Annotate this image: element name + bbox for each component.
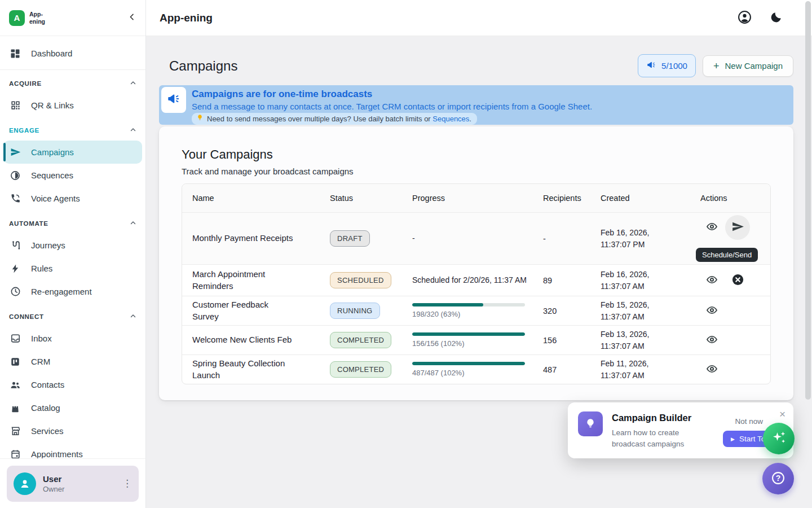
sidebar-item-sequences[interactable]: Sequences xyxy=(0,164,145,187)
divider xyxy=(0,69,145,70)
table-row: Customer Feedback Survey RUNNING 198/320… xyxy=(182,296,770,325)
col-header-status: Status xyxy=(320,194,402,203)
user-meta: User Owner xyxy=(43,474,64,493)
chevron-up-icon xyxy=(130,313,136,321)
ai-assistant-button[interactable] xyxy=(763,423,795,454)
table-row: Welcome New Clients Feb COMPLETED 156/15… xyxy=(182,325,770,354)
top-bar: App-ening xyxy=(146,0,812,36)
campaign-quota-badge[interactable]: 5/1000 xyxy=(638,54,696,77)
campaign-name: Spring Beauty Collection Launch xyxy=(192,358,295,381)
progress-text: Scheduled for 2/20/26, 11:37 AM xyxy=(412,275,527,284)
sidebar-item-catalog[interactable]: Catalog xyxy=(0,396,145,419)
status-badge: DRAFT xyxy=(330,230,370,247)
sidebar-item-journeys[interactable]: Journeys xyxy=(0,234,145,257)
account-button[interactable] xyxy=(738,10,752,26)
scrollbar[interactable] xyxy=(805,1,811,400)
table-row: Spring Beauty Collection Launch COMPLETE… xyxy=(182,354,770,384)
route-icon xyxy=(9,240,21,251)
created-value: Feb 16, 2026, 11:37:07 AM xyxy=(601,269,657,292)
sidebar-logo-row: A App- ening xyxy=(0,0,145,36)
progress-fill xyxy=(412,362,525,365)
inbox-icon xyxy=(9,333,21,344)
view-button[interactable] xyxy=(706,304,718,318)
people-icon xyxy=(9,379,21,391)
section-connect[interactable]: CONNECT xyxy=(0,306,145,327)
row-actions xyxy=(690,334,770,347)
status-badge: COMPLETED xyxy=(330,332,391,348)
sidebar-item-campaigns[interactable]: Campaigns xyxy=(3,141,142,164)
chevron-up-icon xyxy=(130,126,136,134)
col-header-created: Created xyxy=(590,194,690,203)
sidebar-item-dashboard[interactable]: Dashboard xyxy=(0,42,145,65)
progress-bar: 487/487 (102%) xyxy=(412,362,525,377)
app-logo: A xyxy=(9,10,25,26)
campaign-builder-popup: Campaign Builder Learn how to create bro… xyxy=(568,402,793,458)
svg-text:?: ? xyxy=(776,473,781,482)
view-button[interactable] xyxy=(706,221,718,234)
row-actions xyxy=(690,273,770,288)
recipients-value: 320 xyxy=(533,306,590,316)
user-avatar-icon xyxy=(14,472,36,495)
created-value: Feb 16, 2026, 11:37:07 PM xyxy=(601,227,657,250)
card-title: Your Campaigns xyxy=(182,147,771,162)
banner-title: Campaigns are for one-time broadcasts xyxy=(192,89,788,100)
sequences-link[interactable]: Sequences xyxy=(433,115,469,123)
user-menu-button[interactable]: ⋮ xyxy=(122,479,132,488)
campaigns-table: Name Status Progress Recipients Created … xyxy=(182,183,771,384)
sidebar-footer: User Owner ⋮ xyxy=(0,458,145,508)
created-value: Feb 11, 2026, 11:37:07 AM xyxy=(601,358,657,381)
page-title: Campaigns xyxy=(169,58,237,74)
sidebar-item-qr-links[interactable]: QR & Links xyxy=(0,94,145,117)
progress-caption: 156/156 (102%) xyxy=(412,339,525,348)
campaigns-card: Your Campaigns Track and manage your bro… xyxy=(159,126,793,400)
account-circle-icon xyxy=(738,10,752,26)
sidebar-item-contacts[interactable]: Contacts xyxy=(0,373,145,396)
main-column: App-ening Campaigns xyxy=(146,0,812,508)
not-now-button[interactable]: Not now xyxy=(735,417,763,426)
progress-fill xyxy=(412,303,483,306)
section-acquire[interactable]: ACQUIRE xyxy=(0,73,145,94)
view-button[interactable] xyxy=(706,274,718,287)
cancel-button[interactable] xyxy=(731,273,744,288)
view-button[interactable] xyxy=(706,363,718,376)
help-button[interactable]: ? xyxy=(762,463,794,494)
eye-icon xyxy=(706,363,718,376)
megaphone-icon xyxy=(166,91,181,108)
recipients-value: 89 xyxy=(533,276,590,285)
progress-bar: 156/156 (102%) xyxy=(412,332,525,348)
sidebar-item-re-engagement[interactable]: Re-engagement xyxy=(0,280,145,303)
new-campaign-button[interactable]: + New Campaign xyxy=(703,55,793,77)
app-title: App-ening xyxy=(160,12,213,24)
progress-fill xyxy=(412,332,525,336)
progress-caption: 487/487 (102%) xyxy=(412,369,525,377)
section-automate[interactable]: AUTOMATE xyxy=(0,213,145,234)
table-row: March Appointment Reminders SCHEDULED Sc… xyxy=(182,264,770,296)
sidebar-item-voice-agents[interactable]: Voice Agents xyxy=(0,187,145,210)
sidebar-item-crm[interactable]: CRM xyxy=(0,350,145,373)
schedule-send-button[interactable] xyxy=(725,215,750,240)
storefront-icon xyxy=(9,426,21,436)
close-icon[interactable]: × xyxy=(779,408,785,421)
moon-icon xyxy=(770,11,783,25)
campaign-name: March Appointment Reminders xyxy=(192,269,295,292)
sidebar: A App- ening Dashboard ACQUIRE xyxy=(0,0,146,508)
recipients-value: 487 xyxy=(533,365,590,374)
user-name: User xyxy=(43,474,64,484)
sidebar-item-inbox[interactable]: Inbox xyxy=(0,327,145,350)
sidebar-nav: Dashboard ACQUIRE QR & Links ENGAGE xyxy=(0,36,145,466)
popup-subtitle: Learn how to create broadcast campaigns xyxy=(612,427,710,449)
sidebar-item-services[interactable]: Services xyxy=(0,419,145,443)
view-button[interactable] xyxy=(706,334,718,347)
phone-icon xyxy=(9,193,21,204)
lightning-icon xyxy=(9,264,21,274)
question-mark-icon: ? xyxy=(770,470,786,488)
section-engage[interactable]: ENGAGE xyxy=(0,120,145,141)
dark-mode-toggle[interactable] xyxy=(770,11,783,25)
clock-icon xyxy=(9,286,21,297)
chevron-up-icon xyxy=(130,80,136,87)
campaign-name: Monthly Payment Receipts xyxy=(192,233,293,244)
sidebar-collapse-button[interactable] xyxy=(127,12,136,23)
user-card[interactable]: User Owner ⋮ xyxy=(7,466,139,502)
sidebar-item-rules[interactable]: Rules xyxy=(0,257,145,280)
progress-bar: 198/320 (63%) xyxy=(412,303,525,318)
